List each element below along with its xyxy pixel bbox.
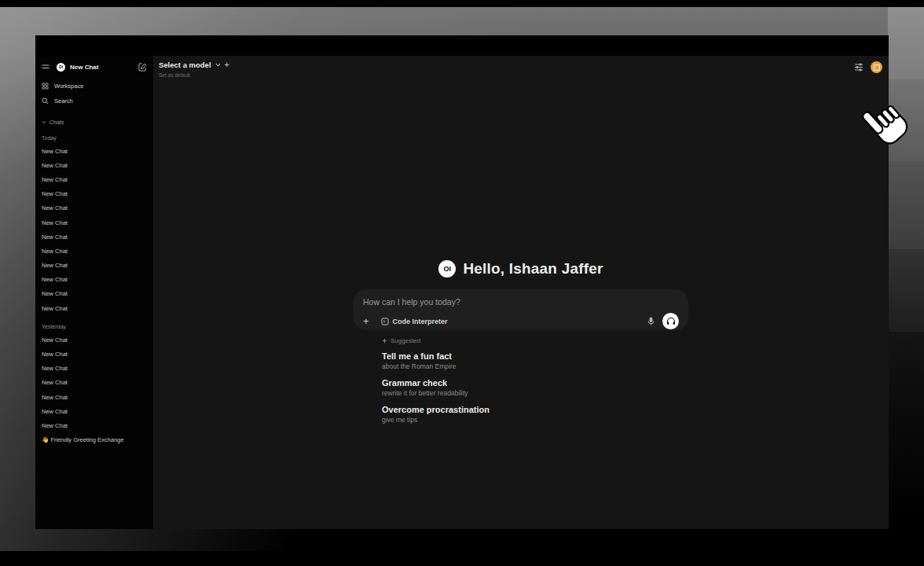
code-interpreter-button[interactable]: Code Interpreter xyxy=(381,318,448,325)
model-selector[interactable]: Select a model + xyxy=(159,61,229,69)
chat-group-label: Today xyxy=(42,134,147,142)
grid-icon xyxy=(42,83,49,90)
code-interpreter-label: Code Interpreter xyxy=(393,318,448,325)
chat-group-label: Yesterday xyxy=(42,322,147,330)
welcome-panel: OI Hello, Ishaan Jaffer How can I help y… xyxy=(354,260,688,432)
headphones-icon xyxy=(666,317,676,325)
chevron-down-icon xyxy=(42,120,46,124)
chat-list-item[interactable]: New Chat xyxy=(42,362,147,376)
chat-list-item[interactable]: New Chat xyxy=(42,301,147,315)
prompt-title: Tell me a fun fact xyxy=(382,351,688,361)
model-selector-label: Select a model xyxy=(159,61,211,69)
voice-call-button[interactable] xyxy=(662,313,679,329)
chat-group: Today New Chat New Chat New Chat xyxy=(42,134,147,315)
greeting-text: Hello, Ishaan Jaffer xyxy=(463,260,603,277)
chat-list-item[interactable]: New Chat xyxy=(42,172,147,186)
chat-list-item[interactable]: New Chat xyxy=(42,418,147,432)
backdrop-right-strip xyxy=(888,7,924,522)
user-avatar[interactable] xyxy=(871,61,882,73)
main-header: Select a model + Set as default xyxy=(159,61,229,78)
prompt-subtitle: rewrite it for better readability xyxy=(382,389,688,397)
avatar-glyph xyxy=(874,64,880,71)
sparkle-icon xyxy=(382,338,387,344)
app-logo: OI xyxy=(57,63,65,72)
new-chat-button[interactable]: OI New Chat xyxy=(57,63,98,72)
sidebar: OI New Chat Workspace xyxy=(35,56,153,529)
chat-list-item[interactable]: New Chat xyxy=(42,187,147,201)
attach-button[interactable]: + xyxy=(363,317,369,325)
sidebar-item-search[interactable]: Search xyxy=(42,94,147,108)
suggested-prompts: Tell me a fun fact about the Roman Empir… xyxy=(382,351,688,424)
prompt-subtitle: give me tips xyxy=(382,416,688,424)
chat-list-item[interactable]: New Chat xyxy=(42,201,147,215)
app-logo: OI xyxy=(438,260,456,277)
chevron-down-icon xyxy=(215,63,221,67)
message-input[interactable]: How can I help you today? + Code Interpr… xyxy=(354,289,688,330)
suggested-section: Suggested Tell me a fun fact about the R… xyxy=(354,337,688,424)
chat-list-item[interactable]: New Chat xyxy=(42,347,147,361)
greeting: OI Hello, Ishaan Jaffer xyxy=(354,260,688,277)
chat-list-item[interactable]: New Chat xyxy=(42,390,147,404)
chats-label: Chats xyxy=(50,119,64,125)
prompt-subtitle: about the Roman Empire xyxy=(382,362,688,370)
header-actions xyxy=(854,61,882,73)
terminal-icon xyxy=(381,318,389,325)
new-chat-label: New Chat xyxy=(70,64,98,71)
chat-list-item[interactable]: New Chat xyxy=(42,230,147,244)
microphone-icon[interactable] xyxy=(647,317,654,326)
chats-section-toggle[interactable]: Chats xyxy=(42,117,147,127)
search-icon xyxy=(42,97,49,105)
workspace-label: Workspace xyxy=(54,83,83,90)
main-area: Select a model + Set as default xyxy=(153,56,889,529)
chat-list-item[interactable]: New Chat xyxy=(42,259,147,273)
sidebar-header: OI New Chat xyxy=(42,61,147,73)
suggested-prompt[interactable]: Overcome procrastination give me tips xyxy=(382,405,688,424)
chat-list-item[interactable]: New Chat xyxy=(42,244,147,258)
chat-group: Yesterday New Chat New Chat New Chat xyxy=(42,322,147,447)
chat-list-item[interactable]: New Chat xyxy=(42,404,147,418)
set-default-label[interactable]: Set as default xyxy=(159,72,229,78)
chat-list-item[interactable]: New Chat xyxy=(42,333,147,347)
chat-list-item[interactable]: New Chat xyxy=(42,287,147,301)
search-label: Search xyxy=(54,97,73,105)
suggested-prompt[interactable]: Grammar check rewrite it for better read… xyxy=(382,378,688,397)
chat-list-item[interactable]: New Chat xyxy=(42,376,147,390)
chat-list-item[interactable]: New Chat xyxy=(42,215,147,230)
add-model-button[interactable]: + xyxy=(225,61,229,68)
chat-list-item[interactable]: New Chat xyxy=(42,158,147,172)
app-window: OI New Chat Workspace xyxy=(35,35,889,529)
video-frame: OI New Chat Workspace xyxy=(0,0,924,566)
chat-list-item[interactable]: New Chat xyxy=(42,144,147,158)
window-top-bar xyxy=(35,35,889,56)
controls-icon[interactable] xyxy=(854,63,864,72)
chat-list-item[interactable]: New Chat xyxy=(42,273,147,287)
input-placeholder: How can I help you today? xyxy=(363,297,679,307)
suggested-label: Suggested xyxy=(390,337,420,344)
sidebar-item-workspace[interactable]: Workspace xyxy=(42,79,147,94)
chat-list-item[interactable]: 👋 Friendly Greeting Exchange xyxy=(42,433,147,447)
suggested-prompt[interactable]: Tell me a fun fact about the Roman Empir… xyxy=(382,351,688,370)
compose-icon[interactable] xyxy=(138,63,147,72)
chat-list: Today New Chat New Chat New Chat xyxy=(42,134,147,447)
suggested-header: Suggested xyxy=(382,337,688,344)
prompt-title: Grammar check xyxy=(382,378,688,388)
prompt-title: Overcome procrastination xyxy=(382,405,688,414)
sidebar-toggle-icon[interactable] xyxy=(42,64,50,70)
